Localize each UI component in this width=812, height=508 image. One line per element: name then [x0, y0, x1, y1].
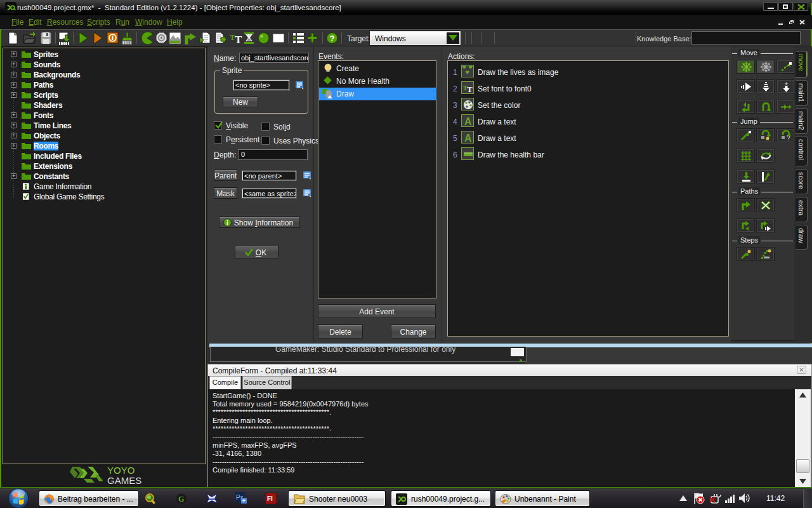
svg-text:T: T — [235, 34, 242, 44]
svg-text:A: A — [464, 133, 472, 144]
svg-text:A: A — [464, 116, 472, 127]
svg-text:Fl: Fl — [267, 495, 273, 502]
svg-text:?: ? — [330, 34, 335, 43]
svg-text:T: T — [467, 84, 473, 94]
svg-text:YOYO: YOYO — [107, 465, 134, 476]
svg-text:GAMES: GAMES — [107, 475, 141, 486]
svg-text:G: G — [178, 495, 184, 504]
